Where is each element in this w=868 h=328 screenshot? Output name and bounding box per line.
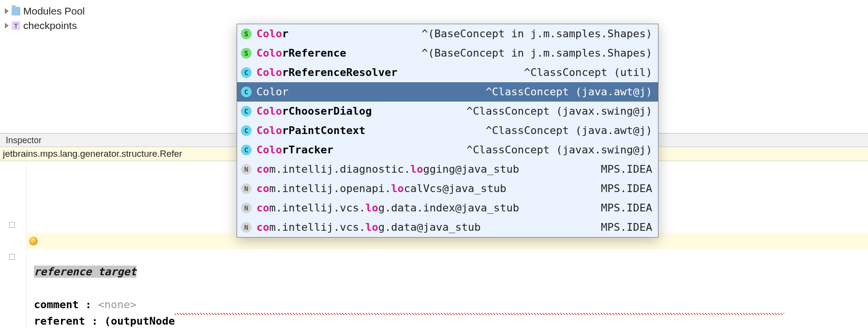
autocomplete-item-name: ColorReferenceResolver bbox=[256, 63, 514, 82]
autocomplete-item-hint: ^ClassConcept (javax.swing@j) bbox=[457, 102, 652, 121]
autocomplete-item[interactable]: Ncom.intellij.vcs.log.data@java_stubMPS.… bbox=[237, 218, 658, 237]
tree-item-modules-pool[interactable]: Modules Pool bbox=[5, 4, 85, 18]
autocomplete-item-hint: ^ClassConcept (util) bbox=[514, 63, 652, 82]
chevron-right-icon[interactable] bbox=[5, 23, 9, 29]
autocomplete-item[interactable]: CColorReferenceResolver^ClassConcept (ut… bbox=[237, 63, 658, 82]
namespace-icon: N bbox=[241, 203, 252, 213]
autocomplete-item-name: Color bbox=[256, 24, 412, 44]
comment-value: <none> bbox=[98, 298, 136, 311]
autocomplete-item-name: com.intellij.vcs.log.data.index@java_stu… bbox=[256, 198, 591, 218]
autocomplete-item-hint: ^ClassConcept (java.awt@j) bbox=[476, 121, 652, 140]
chevron-right-icon[interactable] bbox=[5, 8, 9, 14]
autocomplete-item[interactable]: CColor^ClassConcept (java.awt@j) bbox=[237, 82, 658, 102]
autocomplete-item-hint: ^ClassConcept (javax.swing@j) bbox=[457, 140, 652, 160]
autocomplete-item-hint: ^(BaseConcept in j.m.samples.Shapes) bbox=[412, 24, 652, 44]
error-squiggly bbox=[175, 313, 784, 315]
autocomplete-item-name: ColorChooserDialog bbox=[256, 102, 457, 121]
gutter bbox=[0, 161, 27, 328]
autocomplete-item-hint: MPS.IDEA bbox=[591, 198, 652, 218]
autocomplete-item-name: com.intellij.vcs.log.data@java_stub bbox=[256, 218, 591, 237]
intention-bulb-icon[interactable] bbox=[29, 237, 38, 245]
autocomplete-item-hint: MPS.IDEA bbox=[591, 218, 652, 237]
autocomplete-item[interactable]: CColorChooserDialog^ClassConcept (javax.… bbox=[237, 102, 658, 121]
project-tree: Modules Pool T checkpoints bbox=[5, 4, 85, 33]
autocomplete-item[interactable]: SColor^(BaseConcept in j.m.samples.Shape… bbox=[237, 24, 658, 44]
fold-start-icon[interactable] bbox=[9, 222, 15, 228]
tree-item-label: checkpoints bbox=[23, 20, 77, 31]
autocomplete-item-name: ColorTracker bbox=[256, 140, 457, 160]
autocomplete-item-name: ColorReference bbox=[256, 44, 412, 63]
referent-signature: (outputNode bbox=[105, 315, 175, 327]
namespace-icon: N bbox=[241, 164, 252, 175]
autocomplete-item-name: ColorPaintContext bbox=[256, 121, 476, 140]
autocomplete-item-name: com.intellij.diagnostic.logging@java_stu… bbox=[256, 160, 591, 179]
comment-label: comment : bbox=[34, 298, 98, 311]
class-icon: C bbox=[241, 106, 252, 117]
tree-item-label: Modules Pool bbox=[23, 5, 85, 17]
test-icon: T bbox=[12, 21, 20, 30]
reference-target-heading: reference target bbox=[34, 266, 136, 278]
autocomplete-item[interactable]: SColorReference^(BaseConcept in j.m.samp… bbox=[237, 44, 658, 63]
autocomplete-item-hint: MPS.IDEA bbox=[591, 160, 652, 179]
class-icon: C bbox=[241, 145, 252, 155]
autocomplete-item-hint: MPS.IDEA bbox=[591, 179, 652, 198]
autocomplete-item-hint: ^(BaseConcept in j.m.samples.Shapes) bbox=[412, 44, 652, 63]
autocomplete-item-hint: ^ClassConcept (java.awt@j) bbox=[476, 82, 652, 102]
structure-icon: S bbox=[241, 29, 252, 39]
namespace-icon: N bbox=[241, 183, 252, 194]
class-icon: C bbox=[241, 67, 252, 78]
folder-icon bbox=[12, 7, 20, 15]
fold-end-icon[interactable] bbox=[9, 254, 15, 260]
structure-icon: S bbox=[241, 48, 252, 59]
autocomplete-item[interactable]: Ncom.intellij.openapi.localVcs@java_stub… bbox=[237, 179, 658, 198]
namespace-icon: N bbox=[241, 222, 252, 233]
autocomplete-item[interactable]: CColorTracker^ClassConcept (javax.swing@… bbox=[237, 140, 658, 160]
autocomplete-item[interactable]: Ncom.intellij.vcs.log.data.index@java_st… bbox=[237, 198, 658, 218]
autocomplete-popup[interactable]: SColor^(BaseConcept in j.m.samples.Shape… bbox=[237, 24, 658, 238]
autocomplete-item-name: Color bbox=[256, 82, 476, 102]
tree-item-checkpoints[interactable]: T checkpoints bbox=[5, 18, 85, 33]
referent-label: referent : bbox=[34, 315, 105, 327]
autocomplete-item[interactable]: CColorPaintContext^ClassConcept (java.aw… bbox=[237, 121, 658, 140]
autocomplete-item[interactable]: Ncom.intellij.diagnostic.logging@java_st… bbox=[237, 160, 658, 179]
class-icon: C bbox=[241, 125, 252, 136]
class-icon: C bbox=[241, 87, 252, 97]
autocomplete-item-name: com.intellij.openapi.localVcs@java_stub bbox=[256, 179, 591, 198]
